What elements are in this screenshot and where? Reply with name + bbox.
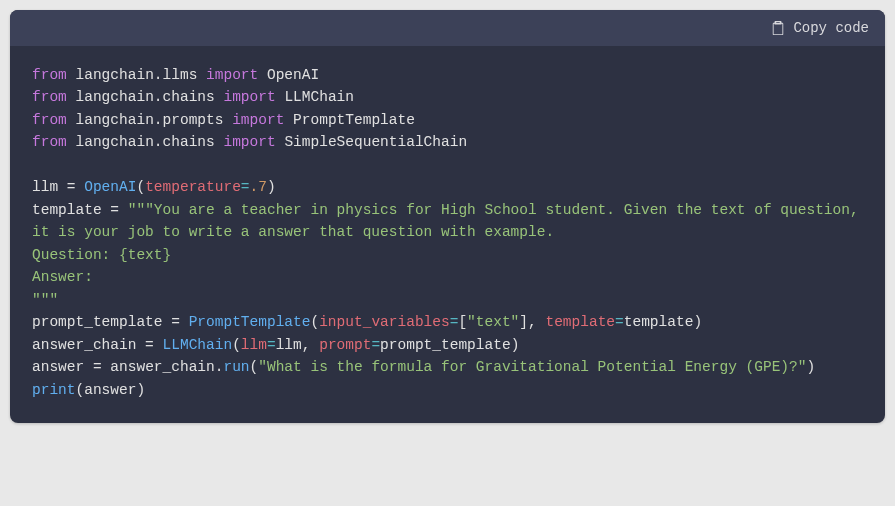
lparen: (: [136, 179, 145, 195]
eq: =: [163, 314, 189, 330]
fn-call: LLMChain: [163, 337, 233, 353]
param: temperature: [145, 179, 241, 195]
number: .7: [250, 179, 267, 195]
module-path: langchain.chains: [76, 89, 215, 105]
rparen: ): [806, 359, 815, 375]
var-ref: answer: [84, 382, 136, 398]
lparen: (: [76, 382, 85, 398]
lparen: (: [310, 314, 319, 330]
kw-import: import: [223, 134, 275, 150]
lparen: (: [250, 359, 259, 375]
var-ref: template: [624, 314, 694, 330]
fn-call: OpenAI: [84, 179, 136, 195]
kw-import: import: [206, 67, 258, 83]
code-block: Copy code from langchain.llms import Ope…: [10, 10, 885, 423]
assign: =: [615, 314, 624, 330]
string-literal: "text": [467, 314, 519, 330]
class-name: LLMChain: [284, 89, 354, 105]
var: answer_chain: [32, 337, 136, 353]
assign: =: [371, 337, 380, 353]
rbracket: ]: [519, 314, 528, 330]
lparen: (: [232, 337, 241, 353]
code-header: Copy code: [10, 10, 885, 46]
param: prompt: [319, 337, 371, 353]
clipboard-icon: [771, 20, 785, 36]
rparen: ): [136, 382, 145, 398]
kw-import: import: [223, 89, 275, 105]
kw-from: from: [32, 112, 67, 128]
var: template: [32, 202, 102, 218]
param: template: [545, 314, 615, 330]
fn-call: PromptTemplate: [189, 314, 311, 330]
class-name: OpenAI: [267, 67, 319, 83]
kw-from: from: [32, 89, 67, 105]
kw-from: from: [32, 67, 67, 83]
rparen: ): [511, 337, 520, 353]
comma: ,: [528, 314, 545, 330]
class-name: PromptTemplate: [293, 112, 415, 128]
param: llm: [241, 337, 267, 353]
string-literal: """You are a teacher in physics for High…: [32, 202, 867, 308]
var: prompt_template: [32, 314, 163, 330]
module-path: langchain.prompts: [76, 112, 224, 128]
assign: =: [267, 337, 276, 353]
var-ref: prompt_template: [380, 337, 511, 353]
var: llm: [32, 179, 58, 195]
lbracket: [: [458, 314, 467, 330]
string-literal: "What is the formula for Gravitational P…: [258, 359, 806, 375]
copy-code-label: Copy code: [793, 20, 869, 36]
eq: =: [58, 179, 84, 195]
obj: answer_chain: [110, 359, 214, 375]
comma: ,: [302, 337, 319, 353]
copy-code-button[interactable]: Copy code: [771, 20, 869, 36]
module-path: langchain.chains: [76, 134, 215, 150]
rparen: ): [693, 314, 702, 330]
eq: =: [84, 359, 110, 375]
param: input_variables: [319, 314, 450, 330]
eq: =: [136, 337, 162, 353]
method: run: [223, 359, 249, 375]
module-path: langchain.llms: [76, 67, 198, 83]
code-content: from langchain.llms import OpenAI from l…: [10, 46, 885, 423]
kw-import: import: [232, 112, 284, 128]
fn-call: print: [32, 382, 76, 398]
var: answer: [32, 359, 84, 375]
assign: =: [241, 179, 250, 195]
eq: =: [102, 202, 128, 218]
kw-from: from: [32, 134, 67, 150]
rparen: ): [267, 179, 276, 195]
class-name: SimpleSequentialChain: [284, 134, 467, 150]
var-ref: llm: [276, 337, 302, 353]
